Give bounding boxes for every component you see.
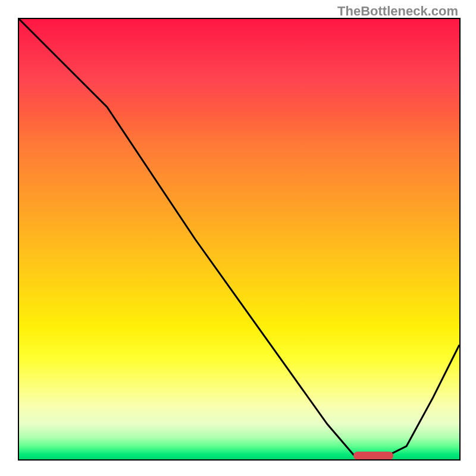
watermark-text: TheBottleneck.com: [337, 4, 458, 19]
optimal-marker: [353, 452, 393, 460]
bottleneck-curve: [19, 19, 459, 459]
chart-container: TheBottleneck.com: [0, 0, 476, 476]
plot-area: [18, 18, 461, 461]
